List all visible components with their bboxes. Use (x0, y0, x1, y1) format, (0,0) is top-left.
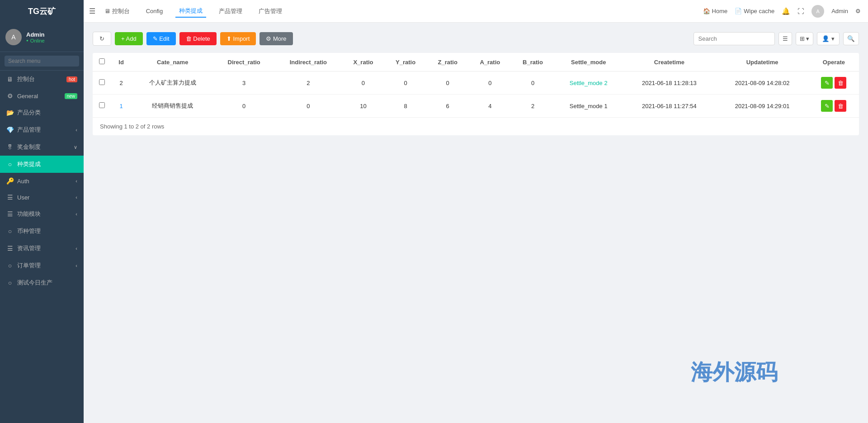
sidebar-user-name: Admin (26, 31, 45, 38)
header-direct-ratio: Direct_ratio (213, 53, 274, 71)
toolbar: ↻ + Add ✎ Edit 🗑 Delete ⬆ Import ⚙ More … (93, 32, 859, 46)
main-layout: A Admin Online 🖥 控制台 hot ⚙ General new 📂… (0, 23, 868, 423)
cell-createtime: 2021-06-18 11:27:54 (623, 95, 716, 118)
sidebar-menu: 🖥 控制台 hot ⚙ General new 📂 产品分类 💎 产品管理 ‹ … (0, 71, 84, 423)
cell-b-ratio: 2 (511, 95, 554, 118)
header-operate: Operate (809, 53, 859, 71)
search-button[interactable]: 🔍 (843, 32, 859, 45)
delete-row-button[interactable]: 🗑 (835, 100, 846, 112)
export-button[interactable]: 👤 ▾ (817, 32, 840, 45)
toolbar-right: ☰ ⊞ ▾ 👤 ▾ 🔍 (693, 32, 859, 45)
sidebar-item-dashboard[interactable]: 🖥 控制台 hot (0, 71, 84, 88)
edit-row-button[interactable]: ✎ (821, 100, 833, 112)
delete-button[interactable]: 🗑 Delete (179, 32, 217, 45)
home-link[interactable]: 🏠 Home (703, 8, 728, 14)
sidebar-item-news[interactable]: ☰ 资讯管理 ‹ (0, 240, 84, 257)
nav-product-mgmt[interactable]: 产品管理 (215, 5, 246, 17)
sidebar-item-user[interactable]: ☰ User ‹ (0, 189, 84, 205)
header-updatetime: Updatetime (716, 53, 809, 71)
sidebar-item-auth[interactable]: 🔑 Auth ‹ (0, 173, 84, 189)
hot-badge: hot (66, 76, 77, 82)
row-checkbox[interactable] (99, 102, 105, 108)
sidebar-item-bonus[interactable]: 🎖 奖金制度 ∨ (0, 138, 84, 156)
cell-updatetime: 2021-08-09 14:29:01 (716, 95, 809, 118)
sidebar-item-label: 产品分类 (17, 109, 41, 117)
fullscreen-icon[interactable]: ⛶ (797, 7, 804, 15)
header-z-ratio: Z_ratio (427, 53, 469, 71)
sidebar-user-info: Admin Online (26, 31, 45, 43)
avatar: A (811, 5, 824, 18)
sidebar-item-modules[interactable]: ☰ 功能模块 ‹ (0, 205, 84, 223)
sidebar-item-test[interactable]: ○ 测试今日生产 (0, 274, 84, 291)
header-settle-mode: Settle_mode (554, 53, 623, 71)
delete-row-button[interactable]: 🗑 (835, 77, 846, 89)
sidebar-item-label: 种类提成 (17, 160, 41, 168)
edit-row-button[interactable]: ✎ (821, 77, 833, 89)
search-input[interactable] (693, 32, 775, 45)
sidebar-item-label: 控制台 (17, 75, 35, 83)
sidebar-item-label: 资讯管理 (17, 244, 41, 252)
search-menu-input[interactable] (5, 56, 79, 67)
hamburger-button[interactable]: ☰ (89, 7, 95, 15)
action-buttons: ✎ 🗑 (813, 77, 854, 89)
category-icon: 📂 (6, 109, 14, 116)
cell-y-ratio: 0 (384, 71, 427, 95)
cell-indirect-ratio: 0 (274, 95, 342, 118)
header-createtime: Createtime (623, 53, 716, 71)
sidebar-item-label: General (17, 93, 38, 100)
notifications-icon[interactable]: 🔔 (782, 7, 790, 15)
cell-direct-ratio: 3 (213, 71, 274, 95)
nav-config[interactable]: Config (142, 6, 167, 16)
cell-cate-name: 经销商销售提成 (132, 95, 213, 118)
top-nav-right: 🏠 Home 📄 Wipe cache 🔔 ⛶ A Admin ⚙ (703, 5, 861, 18)
sidebar-item-general[interactable]: ⚙ General new (0, 88, 84, 104)
auth-icon: 🔑 (6, 177, 14, 185)
settle-mode-link[interactable]: Settle_mode 2 (570, 80, 608, 86)
sidebar-item-product-category[interactable]: 📂 产品分类 (0, 104, 84, 121)
grid-view-button[interactable]: ⊞ ▾ (796, 32, 814, 45)
sidebar: A Admin Online 🖥 控制台 hot ⚙ General new 📂… (0, 23, 84, 423)
nav-category-commission[interactable]: 种类提成 (175, 5, 206, 18)
sidebar-item-category-commission[interactable]: ○ 种类提成 (0, 156, 84, 173)
list-view-button[interactable]: ☰ (778, 32, 792, 45)
table-footer: Showing 1 to 2 of 2 rows (93, 118, 859, 135)
header-cate-name: Cate_name (132, 53, 213, 71)
add-button[interactable]: + Add (115, 32, 143, 45)
sidebar-item-orders[interactable]: ○ 订单管理 ‹ (0, 257, 84, 274)
top-nav-links: 🖥 控制台 Config 种类提成 产品管理 广告管理 (101, 5, 286, 18)
header-y-ratio: Y_ratio (384, 53, 427, 71)
row-checkbox[interactable] (99, 79, 105, 85)
sidebar-item-currency[interactable]: ○ 币种管理 (0, 223, 84, 240)
cell-settle-mode: Settle_mode 2 (554, 71, 623, 95)
top-navigation: TG云矿 ☰ 🖥 控制台 Config 种类提成 产品管理 广告管理 🏠 Hom… (0, 0, 868, 23)
action-buttons: ✎ 🗑 (813, 100, 854, 112)
more-button[interactable]: ⚙ More (259, 32, 292, 45)
chevron-icon: ‹ (75, 178, 77, 184)
wipe-cache-link[interactable]: 📄 Wipe cache (735, 8, 774, 14)
edit-button[interactable]: ✎ Edit (146, 32, 176, 45)
cell-operate: ✎ 🗑 (809, 95, 859, 118)
nav-dashboard[interactable]: 🖥 控制台 (101, 5, 133, 17)
settings-icon[interactable]: ⚙ (855, 8, 861, 14)
sidebar-item-label: 奖金制度 (17, 143, 41, 151)
import-button[interactable]: ⬆ Import (220, 32, 256, 45)
sidebar-item-product-mgmt[interactable]: 💎 产品管理 ‹ (0, 121, 84, 138)
header-indirect-ratio: Indirect_ratio (274, 53, 342, 71)
select-all-checkbox[interactable] (99, 58, 105, 64)
id-link[interactable]: 1 (119, 103, 123, 109)
sidebar-item-label: 功能模块 (17, 210, 41, 218)
chevron-icon: ‹ (75, 246, 77, 251)
product-icon: 💎 (6, 126, 14, 133)
chevron-icon: ‹ (75, 263, 77, 268)
sidebar-item-label: 币种管理 (17, 227, 41, 235)
nav-ad-mgmt[interactable]: 广告管理 (255, 5, 286, 17)
header-a-ratio: A_ratio (468, 53, 511, 71)
refresh-button[interactable]: ↻ (93, 32, 111, 46)
cell-a-ratio: 4 (468, 95, 511, 118)
data-table: Id Cate_name Direct_ratio Indirect_ratio… (93, 53, 859, 118)
header-b-ratio: B_ratio (511, 53, 554, 71)
cell-z-ratio: 6 (427, 95, 469, 118)
cell-b-ratio: 0 (511, 71, 554, 95)
sidebar-item-label: Auth (17, 178, 29, 185)
dashboard-icon: 🖥 (6, 76, 14, 83)
